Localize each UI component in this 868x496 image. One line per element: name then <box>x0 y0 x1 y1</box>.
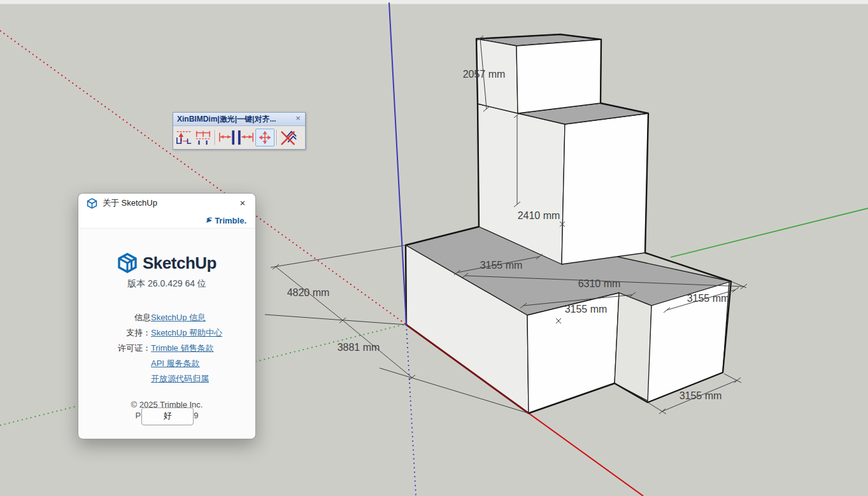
delete-dimension-icon[interactable] <box>279 129 298 146</box>
recess-face[interactable] <box>615 293 651 401</box>
dim-middle-box-height[interactable]: 2410 mm <box>518 210 560 221</box>
toolbar-body <box>173 126 305 149</box>
toolbar-title: XinBIMDim|激光|一键|对齐... <box>177 114 294 125</box>
toolbar-separator <box>215 130 215 145</box>
sketchup-cube-icon <box>117 253 138 273</box>
dim-right-block-top[interactable]: 3155 mm <box>687 293 730 304</box>
dimension-chain-icon[interactable] <box>194 129 213 146</box>
top-box-front-face[interactable] <box>516 39 601 113</box>
span-dimension-right-icon[interactable] <box>236 129 255 146</box>
toolbar-titlebar[interactable]: XinBIMDim|激光|一键|对齐... × <box>173 113 305 126</box>
dialog-body: SketchUp 版本 26.0.429 64 位 信息 SketchUp 信息… <box>78 229 255 421</box>
link-help-center[interactable]: SketchUp 帮助中心 <box>151 328 222 337</box>
model[interactable] <box>406 34 731 413</box>
row-label: 信息 <box>111 310 151 325</box>
blue-axis-dotted <box>406 325 416 496</box>
sketchup-cube-icon <box>87 198 97 209</box>
dialog-title: 关于 SketchUp <box>103 197 236 209</box>
link-open-source[interactable]: 开放源代码归属 <box>151 374 209 383</box>
dim-base-depth-left[interactable]: 3155 mm <box>480 260 523 271</box>
dim-left-block-length[interactable]: 3155 mm <box>565 304 608 315</box>
about-sketchup-dialog: 关于 SketchUp × Trimble. SketchUp 版本 26.0.… <box>78 193 256 439</box>
adjust-dimension-cross-icon[interactable] <box>255 129 274 146</box>
dim-top-box-height[interactable]: 2057 mm <box>463 69 506 80</box>
toolbar-separator <box>276 130 277 145</box>
link-sketchup-info[interactable]: SketchUp 信息 <box>151 313 206 322</box>
dialog-titlebar[interactable]: 关于 SketchUp × <box>78 194 255 213</box>
ok-button[interactable]: 好 <box>141 407 194 425</box>
trimble-logo: Trimble. <box>206 216 246 225</box>
dim-offset-upper[interactable]: 4820 mm <box>287 287 330 298</box>
brand-row: Trimble. <box>78 213 255 229</box>
dim-offset-lower[interactable]: 3881 mm <box>338 342 380 353</box>
sketchup-wordmark: SketchUp <box>143 253 217 273</box>
raise-dimension-icon[interactable] <box>174 129 194 146</box>
dialog-close-button[interactable]: × <box>236 197 249 209</box>
link-api-terms[interactable]: API 服务条款 <box>151 358 200 368</box>
toolbar-close-button[interactable]: × <box>294 115 302 124</box>
row-label: 许可证： <box>111 341 151 356</box>
green-axis-solid <box>671 208 868 257</box>
sketchup-app: { "viewport": { "background": "#cdcdc8",… <box>0 0 868 496</box>
span-dimension-left-icon[interactable] <box>217 129 236 146</box>
middle-box-front-face[interactable] <box>562 113 648 264</box>
row-label: 支持： <box>111 325 151 341</box>
row-label <box>111 371 151 386</box>
dim-right-block-bottom[interactable]: 3155 mm <box>679 390 722 401</box>
dim-base-length-total[interactable]: 6310 mm <box>578 278 621 289</box>
blue-axis-solid <box>389 3 406 325</box>
trimble-glyph-icon <box>206 216 213 224</box>
link-trimble-terms[interactable]: Trimble 销售条款 <box>151 343 213 353</box>
info-links: 信息 SketchUp 信息 支持： SketchUp 帮助中心 许可证： Tr… <box>111 310 222 386</box>
row-label <box>111 356 151 371</box>
version-text: 版本 26.0.429 64 位 <box>78 278 255 290</box>
sketchup-logo: SketchUp <box>78 253 255 273</box>
xinbimdim-toolbar: XinBIMDim|激光|一键|对齐... × <box>173 112 306 150</box>
